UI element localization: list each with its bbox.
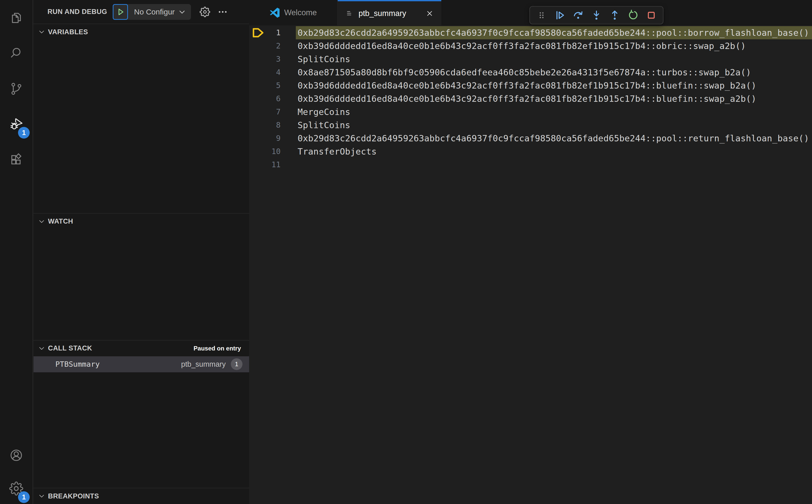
account-icon [9, 448, 23, 462]
line-gutter[interactable]: 9 [249, 132, 296, 145]
toolbar-drag-handle[interactable] [533, 7, 551, 23]
source-control-icon [9, 82, 23, 96]
line-gutter[interactable]: 4 [249, 66, 296, 79]
activity-bar: 1 1 [0, 0, 33, 504]
activity-item-account[interactable] [0, 438, 33, 473]
run-and-debug-sidebar: RUN AND DEBUG No Configur [34, 0, 249, 504]
debug-sections: VARIABLES WATCH CALL STACK Paused on ent… [34, 24, 249, 504]
step-out-button[interactable] [606, 7, 624, 23]
call-stack-section-label: CALL STACK [48, 344, 92, 352]
activity-item-extensions[interactable] [0, 142, 33, 178]
line-content[interactable]: 0x8ae871505a80d8bf6bf9c05906cda6edfeea46… [296, 66, 812, 79]
watch-section: WATCH [34, 213, 249, 340]
line-gutter[interactable]: 8 [249, 119, 296, 132]
views-more-actions-button[interactable] [217, 7, 228, 17]
line-number: 11 [265, 158, 296, 171]
close-tab-icon[interactable] [426, 9, 434, 18]
debug-count-badge: 1 [18, 127, 30, 139]
stop-button[interactable] [642, 7, 660, 23]
debug-toolbar [530, 6, 664, 24]
chevron-down-icon [39, 219, 45, 225]
activity-item-source-control[interactable] [0, 71, 33, 107]
code-line: 6 0xb39d6dddedd16ed8a40ce0b1e6b43c92acf0… [249, 92, 812, 105]
line-gutter[interactable]: 3 [249, 53, 296, 66]
line-content[interactable]: SplitCoins [296, 119, 812, 132]
line-number: 2 [265, 39, 296, 53]
stack-frame-name: PTBSummary [55, 360, 100, 368]
line-gutter[interactable]: 1 [249, 26, 296, 39]
activity-item-settings[interactable]: 1 [0, 473, 33, 504]
variables-section-header[interactable]: VARIABLES [34, 24, 249, 40]
editor-area: Welcome ptb_summary [249, 0, 812, 504]
stack-frame-row[interactable]: PTBSummary ptb_summary 1 [34, 356, 249, 372]
call-stack-section-header[interactable]: CALL STACK Paused on entry [34, 341, 249, 356]
line-gutter[interactable]: 5 [249, 79, 296, 92]
code-line: 10 TransferObjects [249, 145, 812, 158]
line-content[interactable]: MergeCoins [296, 105, 812, 119]
line-gutter[interactable]: 11 [249, 158, 296, 171]
watch-section-label: WATCH [48, 217, 73, 225]
line-number: 4 [265, 66, 296, 79]
line-content[interactable]: 0xb39d6dddedd16ed8a40ce0b1e6b43c92acf0ff… [296, 92, 812, 105]
variables-section: VARIABLES [34, 24, 249, 213]
arrow-slot [249, 27, 265, 38]
step-into-button[interactable] [587, 7, 606, 23]
chevron-down-icon [39, 29, 45, 35]
activity-item-run-and-debug[interactable]: 1 [0, 107, 33, 142]
code-line: 2 0xb39d6dddedd16ed8a40ce0b1e6b43c92acf0… [249, 39, 812, 53]
line-gutter[interactable]: 6 [249, 92, 296, 105]
vscode-logo-icon [269, 7, 280, 18]
line-content[interactable]: 0xb39d6dddedd16ed8a40ce0b1e6b43c92acf0ff… [296, 79, 812, 92]
variables-section-label: VARIABLES [48, 28, 88, 36]
sidebar-title: RUN AND DEBUG [47, 8, 107, 16]
line-content[interactable]: 0xb29d83c26cdd2a64959263abbcfc4a6937f0c9… [296, 132, 812, 145]
step-over-button[interactable] [569, 7, 587, 23]
stack-frame-file: ptb_summary [181, 360, 226, 368]
line-number: 5 [265, 79, 296, 92]
code-line: 11 [249, 158, 812, 171]
continue-button[interactable] [551, 7, 569, 23]
restart-button[interactable] [624, 7, 642, 23]
explorer-icon [9, 11, 23, 25]
breakpoints-section-label: BREAKPOINTS [48, 492, 99, 500]
list-file-icon [345, 9, 354, 18]
code-line: 9 0xb29d83c26cdd2a64959263abbcfc4a6937f0… [249, 132, 812, 145]
line-content[interactable]: 0xb29d83c26cdd2a64959263abbcfc4a6937f0c9… [296, 26, 812, 39]
watch-section-header[interactable]: WATCH [34, 214, 249, 229]
line-number: 10 [265, 145, 296, 158]
line-content[interactable]: 0xb39d6dddedd16ed8a40ce0b1e6b43c92acf0ff… [296, 39, 812, 53]
chevron-down-icon [178, 8, 186, 16]
call-stack-section: CALL STACK Paused on entry PTBSummary pt… [34, 340, 249, 488]
debug-settings-gear-button[interactable] [199, 7, 210, 17]
tab-ptb-summary[interactable]: ptb_summary [338, 0, 441, 25]
code-line: 4 0x8ae871505a80d8bf6bf9c05906cda6edfeea… [249, 66, 812, 79]
line-gutter[interactable]: 2 [249, 39, 296, 53]
line-number: 9 [265, 132, 296, 145]
breakpoints-section: BREAKPOINTS [34, 488, 249, 504]
line-gutter[interactable]: 7 [249, 105, 296, 119]
tab-welcome[interactable]: Welcome [249, 0, 338, 25]
configuration-dropdown[interactable]: No Configur [128, 4, 191, 20]
launch-configuration-control: No Configur [113, 4, 191, 20]
line-number: 8 [265, 119, 296, 132]
code-line: 3 SplitCoins [249, 53, 812, 66]
line-gutter[interactable]: 10 [249, 145, 296, 158]
activity-item-search[interactable] [0, 36, 33, 71]
activity-item-explorer[interactable] [0, 0, 33, 36]
breakpoints-section-header[interactable]: BREAKPOINTS [34, 488, 249, 504]
play-icon [115, 7, 125, 17]
start-debugging-button[interactable] [113, 4, 128, 20]
code-line: 8 SplitCoins [249, 119, 812, 132]
line-content[interactable] [296, 158, 812, 171]
code-line: 1 0xb29d83c26cdd2a64959263abbcfc4a6937f0… [249, 26, 812, 39]
line-number: 3 [265, 53, 296, 66]
line-content[interactable]: SplitCoins [296, 53, 812, 66]
code-view: 1 0xb29d83c26cdd2a64959263abbcfc4a6937f0… [249, 25, 812, 504]
configuration-dropdown-label: No Configur [134, 8, 175, 16]
tab-welcome-label: Welcome [284, 8, 317, 17]
line-content[interactable]: TransferObjects [296, 145, 812, 158]
line-number: 6 [265, 92, 296, 105]
tab-ptb-summary-label: ptb_summary [358, 9, 406, 18]
code-line: 7 MergeCoins [249, 105, 812, 119]
chevron-down-icon [39, 345, 45, 351]
